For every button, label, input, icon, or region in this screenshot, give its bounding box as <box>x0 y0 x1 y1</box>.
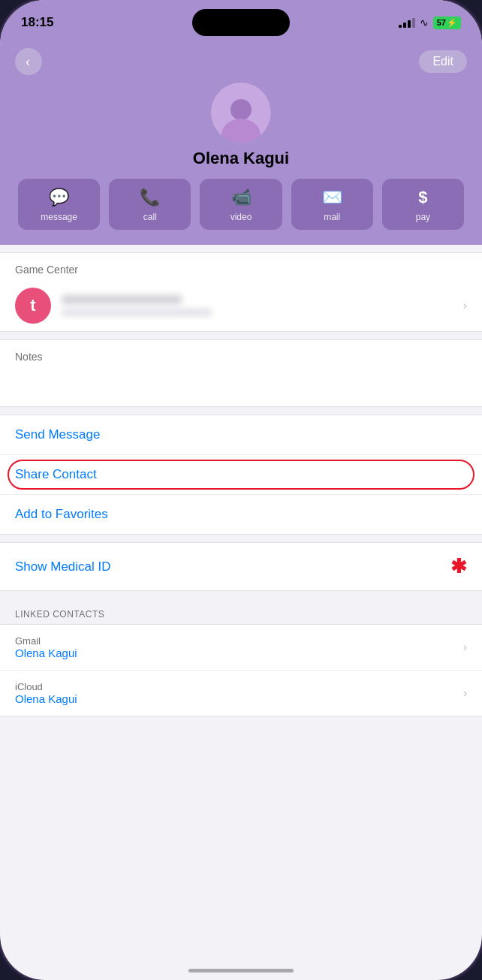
battery-badge: 57 ⚡ <box>433 17 461 29</box>
notes-label: Notes <box>15 351 467 363</box>
game-avatar: t <box>15 288 51 324</box>
pay-button[interactable]: $ pay <box>382 179 464 230</box>
signal-bar-3 <box>408 20 411 28</box>
linked-icloud-chevron-icon: › <box>463 686 467 700</box>
signal-icon <box>399 17 415 28</box>
game-center-section: Game Center t › <box>0 252 482 332</box>
status-icons: ∿ 57 ⚡ <box>399 17 461 29</box>
message-icon: 💬 <box>49 188 69 207</box>
wifi-icon: ∿ <box>420 17 429 29</box>
pay-icon: $ <box>418 188 427 207</box>
back-button[interactable]: ‹ <box>15 48 42 75</box>
svg-point-1 <box>230 99 252 120</box>
mail-icon: ✉️ <box>322 188 342 207</box>
linked-gmail-info: Gmail Olena Kagui <box>15 635 77 659</box>
linked-icloud-name: Olena Kagui <box>15 692 77 705</box>
message-button[interactable]: 💬 message <box>18 179 100 230</box>
game-center-chevron-icon: › <box>463 299 467 312</box>
call-label: call <box>143 212 157 222</box>
share-contact-text: Share Contact <box>15 467 97 481</box>
notes-section: Notes <box>0 339 482 407</box>
linked-contacts-card: Gmail Olena Kagui › iCloud Olena Kagui › <box>0 624 482 716</box>
home-indicator <box>188 969 294 972</box>
video-label: video <box>230 212 252 222</box>
action-buttons-row: 💬 message 📞 call 📹 video ✉️ mail $ <box>15 179 467 230</box>
linked-icloud-source: iCloud <box>15 681 77 692</box>
game-center-row[interactable]: t › <box>0 280 482 331</box>
header-nav: ‹ Edit <box>15 48 467 75</box>
contact-header: ‹ Edit Olena Kagui 💬 <box>0 41 482 245</box>
game-name-blurred <box>62 295 182 304</box>
linked-contacts-header: LINKED CONTACTS <box>0 599 482 624</box>
content-area: Game Center t › Notes <box>0 245 482 761</box>
status-time: 18:15 <box>21 15 53 30</box>
send-message-text: Send Message <box>15 427 100 442</box>
bottom-spacer <box>0 716 482 761</box>
mail-button[interactable]: ✉️ mail <box>291 179 373 230</box>
call-button[interactable]: 📞 call <box>109 179 191 230</box>
action-list: Send Message Share Contact Add to Favori… <box>0 415 482 535</box>
phone-screen: 18:15 ∿ 57 ⚡ ‹ Edit <box>0 0 482 980</box>
video-button[interactable]: 📹 video <box>200 179 282 230</box>
linked-gmail-chevron-icon: › <box>463 641 467 654</box>
avatar-image <box>211 83 271 143</box>
battery-percent: 57 <box>437 18 446 27</box>
linked-gmail-source: Gmail <box>15 635 77 647</box>
battery-icon: ⚡ <box>447 18 457 28</box>
edit-button[interactable]: Edit <box>419 50 467 73</box>
game-info <box>62 295 453 316</box>
contact-avatar <box>211 83 271 143</box>
back-chevron-icon: ‹ <box>26 54 30 70</box>
call-icon: 📞 <box>140 188 160 207</box>
send-message-item[interactable]: Send Message <box>0 415 482 455</box>
linked-contacts-section: LINKED CONTACTS Gmail Olena Kagui › iClo… <box>0 599 482 716</box>
pay-label: pay <box>416 212 430 222</box>
phone-frame: 18:15 ∿ 57 ⚡ ‹ Edit <box>0 0 482 980</box>
share-contact-item[interactable]: Share Contact <box>0 455 482 495</box>
game-sub-blurred <box>62 309 212 316</box>
linked-icloud-item[interactable]: iCloud Olena Kagui › <box>0 671 482 716</box>
medical-id-text: Show Medical ID <box>15 559 111 574</box>
signal-bar-2 <box>403 23 406 28</box>
signal-bar-4 <box>412 18 415 28</box>
video-icon: 📹 <box>231 188 252 207</box>
medical-asterisk-icon: ✱ <box>450 555 467 578</box>
avatar-placeholder <box>211 83 271 143</box>
dynamic-island <box>192 9 290 36</box>
contact-name: Olena Kagui <box>193 149 289 168</box>
medical-row[interactable]: Show Medical ID ✱ <box>0 543 482 590</box>
signal-bar-1 <box>399 25 402 28</box>
game-avatar-letter: t <box>30 296 35 315</box>
linked-gmail-item[interactable]: Gmail Olena Kagui › <box>0 625 482 671</box>
mail-label: mail <box>324 212 340 222</box>
game-center-label: Game Center <box>0 253 482 280</box>
linked-gmail-name: Olena Kagui <box>15 647 77 659</box>
message-label: message <box>41 212 77 222</box>
add-favorites-text: Add to Favorites <box>15 507 108 521</box>
linked-icloud-info: iCloud Olena Kagui <box>15 681 77 705</box>
medical-section: Show Medical ID ✱ <box>0 542 482 591</box>
add-favorites-item[interactable]: Add to Favorites <box>0 495 482 534</box>
